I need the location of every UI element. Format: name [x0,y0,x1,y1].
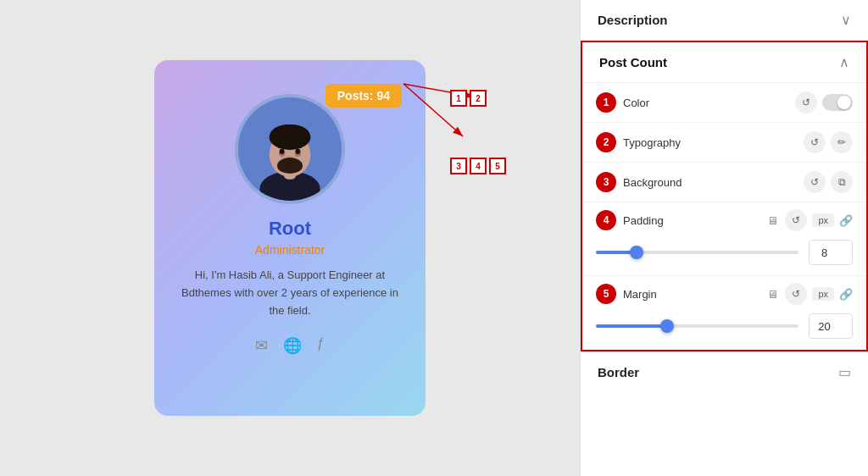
profile-role: Administrator [255,243,325,257]
color-reset-btn[interactable]: ↺ [795,91,817,113]
badge-4: 4 [596,210,616,230]
padding-slider-thumb[interactable] [630,246,643,259]
margin-slider-track [596,324,798,328]
border-title: Border [598,365,639,379]
color-toggle[interactable] [822,94,853,111]
padding-actions: ↺ px 🔗 [785,209,853,231]
svg-point-8 [270,125,309,144]
profile-card-wrapper: Posts: 94 1 2 3 [154,60,426,416]
badge-1: 1 [596,92,616,113]
padding-monitor-icon: 🖥 [767,214,778,227]
padding-unit: px [812,213,834,227]
marker-4: 4 [470,158,487,174]
margin-value-input[interactable] [809,313,853,339]
email-icon[interactable]: ✉ [255,336,268,355]
margin-actions: ↺ px 🔗 [785,283,853,305]
padding-label: Padding [623,214,760,227]
margin-slider-fill [596,324,667,328]
padding-slider-track [596,251,798,254]
top-markers: 1 2 [450,90,506,107]
margin-control-section: 5 Margin 🖥 ↺ px 🔗 [582,276,866,350]
padding-control-section: 4 Padding 🖥 ↺ px 🔗 [582,202,866,276]
background-label: Background [623,176,797,189]
margin-slider[interactable] [596,318,798,335]
padding-slider-row [596,240,853,265]
post-count-title: Post Count [599,55,667,69]
social-icons: ✉ 🌐 ƒ [255,336,325,355]
marker-1: 1 [450,90,467,107]
description-section-header[interactable]: Description ∨ [581,0,868,41]
profile-name: Root [269,218,311,240]
margin-slider-thumb[interactable] [660,319,674,333]
avatar [235,94,345,204]
background-control-row: 3 Background ↺ ⧉ [582,163,866,202]
post-count-section: Post Count ∧ 1 Color ↺ 2 Typography ↺ ✏ … [581,41,868,351]
avatar-image [238,97,342,201]
background-reset-btn[interactable]: ↺ [804,171,826,193]
margin-monitor-icon: 🖥 [767,288,778,301]
svg-point-16 [282,158,298,164]
post-count-chevron-icon: ∧ [839,54,849,70]
border-icon: ▭ [838,364,851,380]
badge-5: 5 [596,284,616,304]
svg-point-12 [280,149,285,155]
color-actions: ↺ [795,91,853,113]
posts-badge: Posts: 94 [326,84,402,108]
svg-point-13 [296,149,301,155]
description-chevron-icon: ∨ [841,12,851,28]
globe-icon[interactable]: 🌐 [283,336,302,355]
marker-2: 2 [470,90,487,107]
typography-control-row: 2 Typography ↺ ✏ [582,123,866,163]
facebook-icon[interactable]: ƒ [317,336,325,355]
color-control-row: 1 Color ↺ [582,83,866,123]
badge-3: 3 [596,172,616,192]
right-panel: Description ∨ Post Count ∧ 1 Color ↺ 2 T… [580,0,868,476]
padding-slider[interactable] [596,244,798,261]
margin-reset-btn[interactable]: ↺ [785,283,807,305]
badge-2: 2 [596,132,616,152]
padding-control-row-top: 4 Padding 🖥 ↺ px 🔗 [596,209,853,231]
color-label: Color [623,97,788,109]
profile-card: Posts: 94 1 2 3 [154,60,426,416]
typography-actions: ↺ ✏ [804,131,853,153]
margin-control-row-top: 5 Margin 🖥 ↺ px 🔗 [596,283,853,305]
typography-edit-btn[interactable]: ✏ [831,131,853,153]
bottom-markers: 3 4 5 [450,158,506,174]
background-actions: ↺ ⧉ [804,171,853,193]
padding-value-input[interactable] [809,240,853,265]
margin-label: Margin [623,288,760,301]
typography-label: Typography [623,136,797,149]
margin-link-icon[interactable]: 🔗 [839,288,853,301]
border-section[interactable]: Border ▭ [581,351,868,392]
marker-5: 5 [489,158,506,174]
padding-reset-btn[interactable]: ↺ [785,209,807,231]
margin-unit: px [812,287,834,301]
padding-link-icon[interactable]: 🔗 [839,214,853,227]
annotation-top: 1 2 3 4 5 [450,90,506,174]
marker-3: 3 [450,158,467,174]
profile-bio: Hi, I'm Hasib Ali, a Support Engineer at… [175,267,405,319]
description-title: Description [598,13,668,27]
left-panel: Posts: 94 1 2 3 [0,0,580,476]
background-copy-btn[interactable]: ⧉ [831,171,853,193]
post-count-header[interactable]: Post Count ∧ [582,42,866,83]
typography-reset-btn[interactable]: ↺ [804,131,826,153]
margin-slider-row [596,313,853,339]
